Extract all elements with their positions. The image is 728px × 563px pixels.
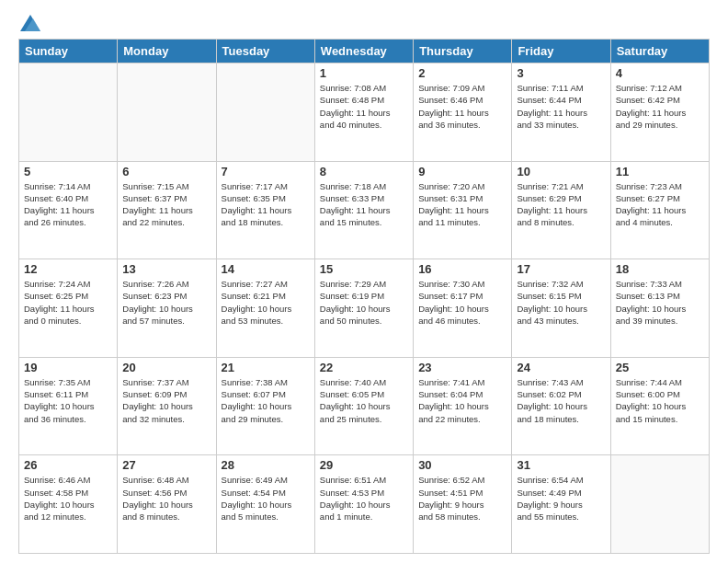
calendar-cell: 17Sunrise: 7:32 AM Sunset: 6:15 PM Dayli…: [512, 259, 610, 358]
day-info: Sunrise: 7:20 AM Sunset: 6:31 PM Dayligh…: [418, 180, 506, 229]
calendar-cell: 6Sunrise: 7:15 AM Sunset: 6:37 PM Daylig…: [118, 161, 216, 259]
day-number: 12: [24, 262, 112, 276]
day-number: 21: [222, 361, 310, 374]
day-number: 4: [616, 66, 704, 80]
day-number: 30: [418, 458, 506, 472]
day-number: 11: [616, 165, 704, 178]
page: SundayMondayTuesdayWednesdayThursdayFrid…: [0, 0, 728, 563]
calendar-cell: 2Sunrise: 7:09 AM Sunset: 6:46 PM Daylig…: [414, 63, 512, 162]
day-info: Sunrise: 7:33 AM Sunset: 6:13 PM Dayligh…: [616, 278, 704, 327]
day-info: Sunrise: 7:12 AM Sunset: 6:42 PM Dayligh…: [616, 82, 704, 131]
calendar-cell: 31Sunrise: 6:54 AM Sunset: 4:49 PM Dayli…: [512, 455, 610, 554]
calendar-cell: 16Sunrise: 7:30 AM Sunset: 6:17 PM Dayli…: [414, 259, 512, 358]
calendar-cell: 3Sunrise: 7:11 AM Sunset: 6:44 PM Daylig…: [512, 63, 610, 162]
calendar-cell: 22Sunrise: 7:40 AM Sunset: 6:05 PM Dayli…: [314, 357, 413, 455]
day-number: 5: [24, 165, 112, 178]
day-info: Sunrise: 7:15 AM Sunset: 6:37 PM Dayligh…: [122, 180, 210, 229]
day-number: 29: [320, 458, 408, 472]
day-number: 20: [122, 361, 210, 374]
calendar-cell: 13Sunrise: 7:26 AM Sunset: 6:23 PM Dayli…: [118, 259, 216, 358]
day-number: 28: [222, 458, 310, 472]
day-info: Sunrise: 7:26 AM Sunset: 6:23 PM Dayligh…: [122, 278, 210, 327]
day-info: Sunrise: 7:30 AM Sunset: 6:17 PM Dayligh…: [418, 278, 506, 327]
day-number: 26: [24, 458, 112, 472]
calendar-cell: 20Sunrise: 7:37 AM Sunset: 6:09 PM Dayli…: [118, 357, 216, 455]
day-number: 22: [320, 361, 408, 374]
header: [18, 15, 710, 31]
calendar-cell: 30Sunrise: 6:52 AM Sunset: 4:51 PM Dayli…: [414, 455, 512, 554]
day-info: Sunrise: 7:09 AM Sunset: 6:46 PM Dayligh…: [418, 82, 506, 131]
calendar-cell: [19, 63, 118, 162]
calendar-week-4: 26Sunrise: 6:46 AM Sunset: 4:58 PM Dayli…: [19, 455, 710, 554]
day-number: 19: [24, 361, 112, 374]
calendar-cell: 18Sunrise: 7:33 AM Sunset: 6:13 PM Dayli…: [610, 259, 709, 358]
day-number: 31: [517, 458, 605, 472]
weekday-header-friday: Friday: [512, 40, 610, 63]
day-info: Sunrise: 7:18 AM Sunset: 6:33 PM Dayligh…: [320, 180, 408, 229]
day-info: Sunrise: 7:14 AM Sunset: 6:40 PM Dayligh…: [24, 180, 112, 229]
day-info: Sunrise: 7:44 AM Sunset: 6:00 PM Dayligh…: [616, 376, 704, 425]
day-number: 6: [122, 165, 210, 178]
day-info: Sunrise: 7:35 AM Sunset: 6:11 PM Dayligh…: [24, 376, 112, 425]
day-number: 13: [122, 262, 210, 276]
calendar-cell: 1Sunrise: 7:08 AM Sunset: 6:48 PM Daylig…: [314, 63, 413, 162]
day-number: 27: [122, 458, 210, 472]
calendar-week-0: 1Sunrise: 7:08 AM Sunset: 6:48 PM Daylig…: [19, 63, 710, 162]
day-info: Sunrise: 7:43 AM Sunset: 6:02 PM Dayligh…: [517, 376, 605, 425]
weekday-header-tuesday: Tuesday: [216, 40, 314, 63]
day-info: Sunrise: 7:08 AM Sunset: 6:48 PM Dayligh…: [320, 82, 408, 131]
calendar-cell: 7Sunrise: 7:17 AM Sunset: 6:35 PM Daylig…: [216, 161, 314, 259]
day-number: 8: [320, 165, 408, 178]
day-number: 1: [320, 66, 408, 80]
calendar-cell: 12Sunrise: 7:24 AM Sunset: 6:25 PM Dayli…: [19, 259, 118, 358]
calendar-week-1: 5Sunrise: 7:14 AM Sunset: 6:40 PM Daylig…: [19, 161, 710, 259]
day-info: Sunrise: 7:37 AM Sunset: 6:09 PM Dayligh…: [122, 376, 210, 425]
day-number: 18: [616, 262, 704, 276]
calendar-cell: 11Sunrise: 7:23 AM Sunset: 6:27 PM Dayli…: [610, 161, 709, 259]
calendar-cell: [216, 63, 314, 162]
calendar-week-3: 19Sunrise: 7:35 AM Sunset: 6:11 PM Dayli…: [19, 357, 710, 455]
day-info: Sunrise: 6:52 AM Sunset: 4:51 PM Dayligh…: [418, 474, 506, 523]
calendar-cell: [118, 63, 216, 162]
day-info: Sunrise: 6:46 AM Sunset: 4:58 PM Dayligh…: [24, 474, 112, 523]
day-info: Sunrise: 7:24 AM Sunset: 6:25 PM Dayligh…: [24, 278, 112, 327]
day-info: Sunrise: 7:21 AM Sunset: 6:29 PM Dayligh…: [517, 180, 605, 229]
calendar-cell: 9Sunrise: 7:20 AM Sunset: 6:31 PM Daylig…: [414, 161, 512, 259]
day-info: Sunrise: 6:48 AM Sunset: 4:56 PM Dayligh…: [122, 474, 210, 523]
logo: [18, 15, 40, 31]
calendar-cell: 26Sunrise: 6:46 AM Sunset: 4:58 PM Dayli…: [19, 455, 118, 554]
weekday-header-sunday: Sunday: [19, 40, 118, 63]
day-number: 15: [320, 262, 408, 276]
calendar-cell: 29Sunrise: 6:51 AM Sunset: 4:53 PM Dayli…: [314, 455, 413, 554]
calendar-cell: 28Sunrise: 6:49 AM Sunset: 4:54 PM Dayli…: [216, 455, 314, 554]
day-number: 14: [222, 262, 310, 276]
calendar-cell: 21Sunrise: 7:38 AM Sunset: 6:07 PM Dayli…: [216, 357, 314, 455]
weekday-header-thursday: Thursday: [414, 40, 512, 63]
logo-icon: [20, 15, 40, 31]
day-info: Sunrise: 7:29 AM Sunset: 6:19 PM Dayligh…: [320, 278, 408, 327]
calendar-cell: 25Sunrise: 7:44 AM Sunset: 6:00 PM Dayli…: [610, 357, 709, 455]
day-info: Sunrise: 6:49 AM Sunset: 4:54 PM Dayligh…: [222, 474, 310, 523]
day-info: Sunrise: 7:27 AM Sunset: 6:21 PM Dayligh…: [222, 278, 310, 327]
day-info: Sunrise: 7:11 AM Sunset: 6:44 PM Dayligh…: [517, 82, 605, 131]
calendar-cell: [610, 455, 709, 554]
calendar-week-2: 12Sunrise: 7:24 AM Sunset: 6:25 PM Dayli…: [19, 259, 710, 358]
day-info: Sunrise: 7:17 AM Sunset: 6:35 PM Dayligh…: [222, 180, 310, 229]
day-info: Sunrise: 7:32 AM Sunset: 6:15 PM Dayligh…: [517, 278, 605, 327]
day-number: 2: [418, 66, 506, 80]
day-number: 16: [418, 262, 506, 276]
weekday-header-wednesday: Wednesday: [314, 40, 413, 63]
day-number: 24: [517, 361, 605, 374]
day-info: Sunrise: 7:38 AM Sunset: 6:07 PM Dayligh…: [222, 376, 310, 425]
weekday-header-monday: Monday: [118, 40, 216, 63]
day-info: Sunrise: 6:54 AM Sunset: 4:49 PM Dayligh…: [517, 474, 605, 523]
calendar-cell: 24Sunrise: 7:43 AM Sunset: 6:02 PM Dayli…: [512, 357, 610, 455]
calendar-cell: 27Sunrise: 6:48 AM Sunset: 4:56 PM Dayli…: [118, 455, 216, 554]
day-number: 10: [517, 165, 605, 178]
calendar-cell: 4Sunrise: 7:12 AM Sunset: 6:42 PM Daylig…: [610, 63, 709, 162]
calendar-cell: 23Sunrise: 7:41 AM Sunset: 6:04 PM Dayli…: [414, 357, 512, 455]
day-info: Sunrise: 7:23 AM Sunset: 6:27 PM Dayligh…: [616, 180, 704, 229]
day-number: 25: [616, 361, 704, 374]
calendar-cell: 8Sunrise: 7:18 AM Sunset: 6:33 PM Daylig…: [314, 161, 413, 259]
day-number: 23: [418, 361, 506, 374]
